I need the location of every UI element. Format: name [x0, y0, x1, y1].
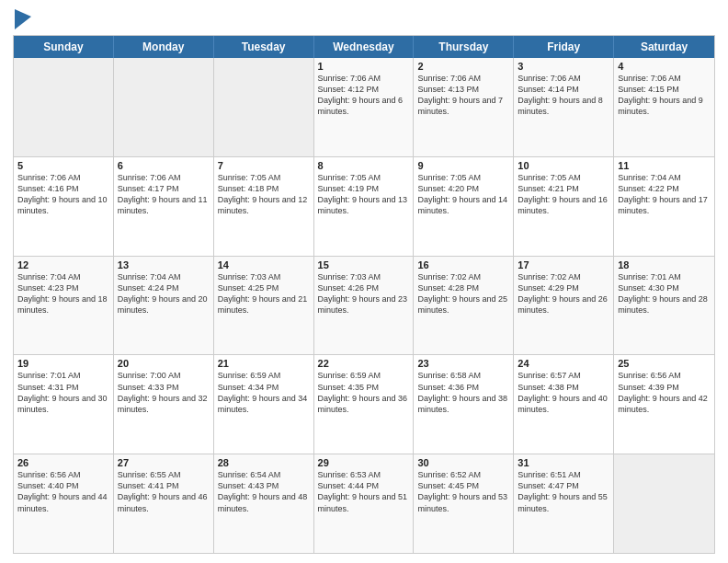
calendar-row-4: 19Sunrise: 7:01 AM Sunset: 4:31 PM Dayli… [14, 354, 714, 454]
day-info: Sunrise: 7:06 AM Sunset: 4:15 PM Dayligh… [618, 73, 711, 118]
day-number: 19 [17, 358, 109, 369]
table-row [14, 58, 114, 156]
day-info: Sunrise: 7:01 AM Sunset: 4:30 PM Dayligh… [618, 271, 711, 316]
table-row: 25Sunrise: 6:56 AM Sunset: 4:39 PM Dayli… [614, 355, 714, 454]
day-number: 8 [318, 160, 410, 171]
day-number: 7 [218, 160, 310, 171]
day-info: Sunrise: 6:59 AM Sunset: 4:35 PM Dayligh… [318, 370, 410, 415]
day-number: 16 [417, 259, 509, 270]
table-row: 14Sunrise: 7:03 AM Sunset: 4:25 PM Dayli… [214, 257, 314, 355]
table-row: 24Sunrise: 6:57 AM Sunset: 4:38 PM Dayli… [514, 355, 614, 454]
day-info: Sunrise: 7:04 AM Sunset: 4:23 PM Dayligh… [17, 271, 109, 316]
day-info: Sunrise: 7:05 AM Sunset: 4:18 PM Dayligh… [218, 172, 310, 217]
day-info: Sunrise: 7:00 AM Sunset: 4:33 PM Dayligh… [118, 370, 210, 415]
day-info: Sunrise: 6:56 AM Sunset: 4:39 PM Dayligh… [618, 370, 711, 415]
table-row: 12Sunrise: 7:04 AM Sunset: 4:23 PM Dayli… [14, 257, 114, 355]
calendar-header-wednesday: Wednesday [314, 36, 415, 58]
table-row: 11Sunrise: 7:04 AM Sunset: 4:22 PM Dayli… [614, 157, 714, 256]
day-number: 3 [518, 61, 609, 72]
day-number: 25 [618, 358, 711, 369]
day-number: 2 [417, 61, 509, 72]
table-row: 1Sunrise: 7:06 AM Sunset: 4:12 PM Daylig… [314, 58, 415, 156]
logo [13, 13, 31, 29]
day-info: Sunrise: 7:03 AM Sunset: 4:25 PM Dayligh… [218, 271, 310, 316]
table-row: 22Sunrise: 6:59 AM Sunset: 4:35 PM Dayli… [314, 355, 415, 454]
day-info: Sunrise: 6:58 AM Sunset: 4:36 PM Dayligh… [417, 370, 509, 415]
day-info: Sunrise: 7:05 AM Sunset: 4:19 PM Dayligh… [318, 172, 410, 217]
calendar-row-3: 12Sunrise: 7:04 AM Sunset: 4:23 PM Dayli… [14, 256, 714, 355]
calendar-header-row: SundayMondayTuesdayWednesdayThursdayFrid… [14, 36, 714, 58]
day-number: 13 [118, 259, 210, 270]
calendar-header-friday: Friday [514, 36, 614, 58]
day-number: 14 [218, 259, 310, 270]
table-row: 17Sunrise: 7:02 AM Sunset: 4:29 PM Dayli… [514, 257, 614, 355]
calendar-header-thursday: Thursday [414, 36, 514, 58]
day-info: Sunrise: 6:53 AM Sunset: 4:44 PM Dayligh… [318, 469, 410, 514]
table-row: 26Sunrise: 6:56 AM Sunset: 4:40 PM Dayli… [14, 454, 114, 553]
day-number: 23 [417, 358, 509, 369]
day-info: Sunrise: 7:01 AM Sunset: 4:31 PM Dayligh… [17, 370, 109, 415]
day-number: 28 [218, 457, 310, 468]
day-number: 11 [618, 160, 711, 171]
table-row: 29Sunrise: 6:53 AM Sunset: 4:44 PM Dayli… [314, 454, 415, 553]
day-info: Sunrise: 7:02 AM Sunset: 4:29 PM Dayligh… [518, 271, 609, 316]
table-row: 31Sunrise: 6:51 AM Sunset: 4:47 PM Dayli… [514, 454, 614, 553]
calendar-header-monday: Monday [114, 36, 214, 58]
table-row: 21Sunrise: 6:59 AM Sunset: 4:34 PM Dayli… [214, 355, 314, 454]
day-info: Sunrise: 7:06 AM Sunset: 4:16 PM Dayligh… [17, 172, 109, 217]
table-row: 30Sunrise: 6:52 AM Sunset: 4:45 PM Dayli… [414, 454, 514, 553]
day-number: 29 [318, 457, 410, 468]
day-number: 31 [518, 457, 609, 468]
calendar-header-sunday: Sunday [14, 36, 114, 58]
calendar-header-saturday: Saturday [614, 36, 714, 58]
day-info: Sunrise: 6:52 AM Sunset: 4:45 PM Dayligh… [417, 469, 509, 514]
calendar-row-5: 26Sunrise: 6:56 AM Sunset: 4:40 PM Dayli… [14, 454, 714, 553]
day-number: 24 [518, 358, 609, 369]
day-info: Sunrise: 7:06 AM Sunset: 4:13 PM Dayligh… [417, 73, 509, 118]
day-info: Sunrise: 7:06 AM Sunset: 4:12 PM Dayligh… [318, 73, 410, 118]
day-number: 26 [17, 457, 109, 468]
table-row: 20Sunrise: 7:00 AM Sunset: 4:33 PM Dayli… [114, 355, 214, 454]
day-number: 30 [417, 457, 509, 468]
day-number: 20 [118, 358, 210, 369]
table-row: 23Sunrise: 6:58 AM Sunset: 4:36 PM Dayli… [414, 355, 514, 454]
day-info: Sunrise: 6:57 AM Sunset: 4:38 PM Dayligh… [518, 370, 609, 415]
page: SundayMondayTuesdayWednesdayThursdayFrid… [0, 0, 728, 563]
day-number: 1 [318, 61, 410, 72]
day-number: 12 [17, 259, 109, 270]
day-info: Sunrise: 7:04 AM Sunset: 4:22 PM Dayligh… [618, 172, 711, 217]
table-row: 3Sunrise: 7:06 AM Sunset: 4:14 PM Daylig… [514, 58, 614, 156]
svg-marker-0 [15, 9, 31, 29]
logo-icon [15, 9, 31, 29]
table-row: 19Sunrise: 7:01 AM Sunset: 4:31 PM Dayli… [14, 355, 114, 454]
day-number: 6 [118, 160, 210, 171]
table-row: 27Sunrise: 6:55 AM Sunset: 4:41 PM Dayli… [114, 454, 214, 553]
day-number: 10 [518, 160, 609, 171]
day-number: 27 [118, 457, 210, 468]
calendar-body: 1Sunrise: 7:06 AM Sunset: 4:12 PM Daylig… [14, 58, 714, 553]
day-info: Sunrise: 7:04 AM Sunset: 4:24 PM Dayligh… [118, 271, 210, 316]
calendar-row-2: 5Sunrise: 7:06 AM Sunset: 4:16 PM Daylig… [14, 156, 714, 256]
table-row: 10Sunrise: 7:05 AM Sunset: 4:21 PM Dayli… [514, 157, 614, 256]
table-row: 13Sunrise: 7:04 AM Sunset: 4:24 PM Dayli… [114, 257, 214, 355]
table-row [614, 454, 714, 553]
day-info: Sunrise: 6:55 AM Sunset: 4:41 PM Dayligh… [118, 469, 210, 514]
day-number: 18 [618, 259, 711, 270]
table-row: 4Sunrise: 7:06 AM Sunset: 4:15 PM Daylig… [614, 58, 714, 156]
table-row [114, 58, 214, 156]
day-number: 4 [618, 61, 711, 72]
table-row: 18Sunrise: 7:01 AM Sunset: 4:30 PM Dayli… [614, 257, 714, 355]
calendar-header-tuesday: Tuesday [214, 36, 314, 58]
day-info: Sunrise: 7:05 AM Sunset: 4:20 PM Dayligh… [417, 172, 509, 217]
day-number: 5 [17, 160, 109, 171]
day-info: Sunrise: 6:56 AM Sunset: 4:40 PM Dayligh… [17, 469, 109, 514]
day-number: 21 [218, 358, 310, 369]
day-info: Sunrise: 6:54 AM Sunset: 4:43 PM Dayligh… [218, 469, 310, 514]
day-number: 9 [417, 160, 509, 171]
day-info: Sunrise: 7:03 AM Sunset: 4:26 PM Dayligh… [318, 271, 410, 316]
table-row: 7Sunrise: 7:05 AM Sunset: 4:18 PM Daylig… [214, 157, 314, 256]
table-row: 15Sunrise: 7:03 AM Sunset: 4:26 PM Dayli… [314, 257, 415, 355]
day-info: Sunrise: 6:59 AM Sunset: 4:34 PM Dayligh… [218, 370, 310, 415]
table-row: 16Sunrise: 7:02 AM Sunset: 4:28 PM Dayli… [414, 257, 514, 355]
header [13, 9, 715, 29]
